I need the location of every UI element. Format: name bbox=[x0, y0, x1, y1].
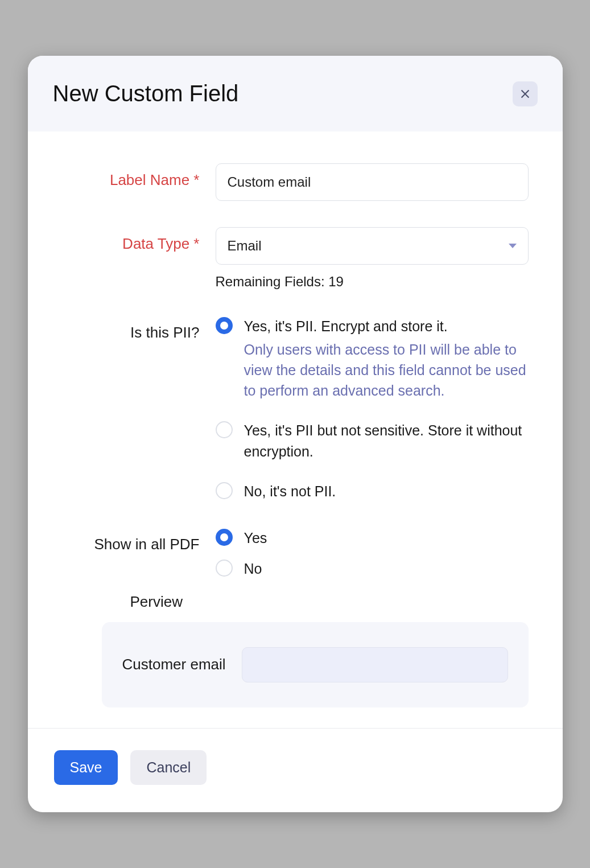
preview-input bbox=[242, 647, 508, 682]
radio-icon bbox=[216, 421, 233, 438]
data-type-row: Data Type * Email Remaining Fields: 19 bbox=[62, 227, 529, 290]
new-custom-field-modal: New Custom Field Label Name * Data Type … bbox=[28, 56, 563, 812]
label-name-input[interactable] bbox=[216, 163, 529, 201]
show-pdf-row: Show in all PDF Yes No bbox=[62, 528, 529, 579]
pii-option-sub: Only users with access to PII will be ab… bbox=[244, 339, 529, 401]
save-button[interactable]: Save bbox=[54, 750, 118, 785]
pii-option-not-pii[interactable]: No, it's not PII. bbox=[216, 481, 529, 501]
remaining-fields-text: Remaining Fields: 19 bbox=[216, 274, 529, 290]
pii-option-encrypt[interactable]: Yes, it's PII. Encrypt and store it. Onl… bbox=[216, 316, 529, 401]
radio-icon bbox=[216, 482, 233, 499]
data-type-select[interactable]: Email bbox=[216, 227, 529, 265]
modal-title: New Custom Field bbox=[53, 81, 239, 106]
label-name-label: Label Name * bbox=[62, 163, 216, 189]
preview-heading: Perview bbox=[130, 593, 183, 611]
pii-row: Is this PII? Yes, it's PII. Encrypt and … bbox=[62, 316, 529, 501]
show-pdf-radio-group: Yes No bbox=[216, 528, 529, 579]
chevron-down-icon bbox=[509, 244, 517, 248]
pii-option-label: No, it's not PII. bbox=[244, 481, 529, 501]
pii-radio-group: Yes, it's PII. Encrypt and store it. Onl… bbox=[216, 316, 529, 501]
radio-icon bbox=[216, 317, 233, 334]
radio-icon bbox=[216, 529, 233, 546]
show-pdf-option-label: Yes bbox=[244, 528, 267, 548]
cancel-button[interactable]: Cancel bbox=[130, 750, 207, 785]
show-pdf-option-no[interactable]: No bbox=[216, 558, 529, 579]
pii-option-label: Yes, it's PII but not sensitive. Store i… bbox=[244, 420, 529, 462]
close-button[interactable] bbox=[513, 81, 538, 106]
show-pdf-option-label: No bbox=[244, 558, 262, 579]
show-pdf-label: Show in all PDF bbox=[62, 528, 216, 553]
data-type-value: Email bbox=[228, 238, 262, 254]
pii-label: Is this PII? bbox=[62, 316, 216, 342]
preview-heading-row: Perview bbox=[62, 593, 529, 622]
pii-option-label: Yes, it's PII. Encrypt and store it. bbox=[244, 316, 529, 336]
preview-box: Customer email bbox=[102, 622, 529, 707]
label-name-row: Label Name * bbox=[62, 163, 529, 201]
modal-header: New Custom Field bbox=[28, 56, 563, 131]
modal-footer: Save Cancel bbox=[28, 728, 563, 812]
modal-body: Label Name * Data Type * Email Remaining… bbox=[28, 131, 563, 727]
show-pdf-option-yes[interactable]: Yes bbox=[216, 528, 529, 548]
close-icon bbox=[519, 88, 531, 100]
data-type-label: Data Type * bbox=[62, 227, 216, 253]
preview-label: Customer email bbox=[122, 656, 226, 673]
pii-option-no-encrypt[interactable]: Yes, it's PII but not sensitive. Store i… bbox=[216, 420, 529, 462]
radio-icon bbox=[216, 560, 233, 577]
